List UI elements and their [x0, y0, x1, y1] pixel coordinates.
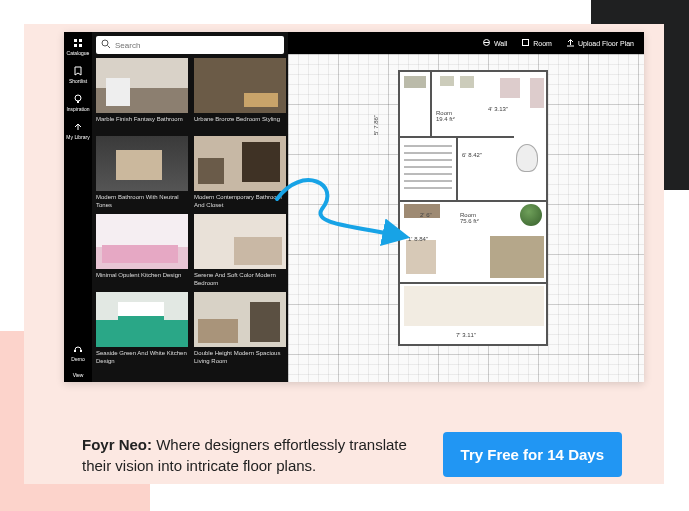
rail-item-my-library[interactable]: My Library: [66, 122, 89, 140]
thumbnail: [96, 58, 188, 113]
rail-item-view[interactable]: View: [73, 372, 84, 378]
thumbnail: [96, 292, 188, 347]
app-window: Catalogue Shortlist Inspiration My Libra…: [64, 32, 644, 382]
svg-point-4: [75, 95, 81, 101]
rail-label: Demo: [71, 356, 84, 362]
catalogue-card[interactable]: Minimal Opulent Kitchen Design: [96, 214, 188, 286]
room-icon: [521, 38, 530, 48]
thumbnail: [96, 214, 188, 269]
thumbnail: [194, 292, 286, 347]
rail-item-demo[interactable]: Demo: [71, 344, 84, 362]
catalogue-card[interactable]: Double Height Modern Spacious Living Roo…: [194, 292, 286, 364]
floorplan-furniture: [490, 236, 544, 278]
floorplan-furniture: [460, 76, 474, 88]
catalogue-card[interactable]: Modern Bathroom With Neutral Tones: [96, 136, 188, 208]
svg-rect-7: [80, 350, 82, 352]
card-title: Double Height Modern Spacious Living Roo…: [194, 349, 286, 364]
svg-rect-1: [79, 39, 82, 42]
upload-icon: [73, 122, 83, 132]
svg-rect-12: [523, 40, 529, 46]
svg-rect-5: [77, 101, 79, 103]
canvas-topbar: Wall Room Upload Floor Plan: [288, 32, 644, 54]
svg-point-8: [102, 40, 108, 46]
room-label: Room 19.4 ft²: [436, 110, 455, 122]
svg-line-9: [108, 46, 111, 49]
dim-label: 4' 3.13": [488, 106, 508, 112]
rail-label: Inspiration: [66, 106, 89, 112]
bookmark-icon: [73, 66, 83, 76]
tool-label: Upload Floor Plan: [578, 40, 634, 47]
rail-label: Catalogue: [67, 50, 90, 56]
tool-room[interactable]: Room: [521, 38, 552, 48]
catalogue-card[interactable]: Urbane Bronze Bedroom Styling: [194, 58, 286, 130]
tool-wall[interactable]: Wall: [482, 38, 507, 48]
rail-label: Shortlist: [69, 78, 87, 84]
rail-item-shortlist[interactable]: Shortlist: [69, 66, 87, 84]
floorplan-stairs: [404, 140, 452, 194]
thumbnail: [194, 136, 286, 191]
card-title: Seaside Green And White Kitchen Design: [96, 349, 188, 364]
cta-try-free-button[interactable]: Try Free for 14 Days: [443, 432, 622, 477]
floorplan-rug: [406, 240, 436, 274]
card-title: Serene And Soft Color Modern Bedroom: [194, 271, 286, 286]
svg-rect-2: [74, 44, 77, 47]
dim-label: 6' 8.42": [462, 152, 482, 158]
catalogue-card[interactable]: Serene And Soft Color Modern Bedroom: [194, 214, 286, 286]
floorplan-furniture: [500, 78, 520, 98]
card-title: Modern Contemporary Bathroom And Closet: [194, 193, 286, 208]
wall-icon: [482, 38, 491, 48]
floorplan-toilet: [516, 144, 538, 172]
upload-icon: [566, 38, 575, 48]
catalogue-icon: [73, 38, 83, 48]
svg-rect-3: [79, 44, 82, 47]
dim-label: 7' 3.11": [456, 332, 476, 338]
floorplan-plant: [520, 204, 542, 226]
rail-item-inspiration[interactable]: Inspiration: [66, 94, 89, 112]
floorplan-furniture: [440, 76, 454, 86]
dim-label: 5' 7.86": [373, 115, 379, 135]
thumbnail: [194, 58, 286, 113]
headset-icon: [73, 344, 83, 354]
card-title: Modern Bathroom With Neutral Tones: [96, 193, 188, 208]
floorplan-furniture: [404, 286, 544, 326]
catalogue-card[interactable]: Modern Contemporary Bathroom And Closet: [194, 136, 286, 208]
left-rail: Catalogue Shortlist Inspiration My Libra…: [64, 32, 92, 382]
floorplan[interactable]: Room 19.4 ft² Room 75.6 ft² 4' 3.13" 6' …: [398, 70, 548, 346]
search-input[interactable]: [115, 41, 279, 50]
tool-upload-floor-plan[interactable]: Upload Floor Plan: [566, 38, 634, 48]
rail-label: My Library: [66, 134, 89, 140]
room-label: Room 75.6 ft²: [460, 212, 479, 224]
tool-label: Room: [533, 40, 552, 47]
bulb-icon: [73, 94, 83, 104]
svg-rect-6: [74, 350, 76, 352]
promo-text: Foyr Neo: Where designers effortlessly t…: [82, 434, 423, 476]
dim-label: 2' 6": [420, 212, 432, 218]
thumbnail: [194, 214, 286, 269]
brand-name: Foyr Neo:: [82, 436, 152, 453]
card-title: Minimal Opulent Kitchen Design: [96, 271, 188, 286]
card-title: Urbane Bronze Bedroom Styling: [194, 115, 286, 130]
floorplan-furniture: [404, 76, 426, 88]
rail-item-catalogue[interactable]: Catalogue: [67, 38, 90, 56]
canvas-area: Wall Room Upload Floor Plan: [288, 32, 644, 382]
thumbnail: [96, 136, 188, 191]
search-bar[interactable]: [96, 36, 284, 54]
svg-rect-0: [74, 39, 77, 42]
design-canvas[interactable]: Room 19.4 ft² Room 75.6 ft² 4' 3.13" 6' …: [288, 54, 644, 382]
catalogue-card[interactable]: Marble Finish Fantasy Bathroom: [96, 58, 188, 130]
catalogue-card[interactable]: Seaside Green And White Kitchen Design: [96, 292, 188, 364]
dim-label: 1' 8.84": [408, 236, 428, 242]
tool-label: Wall: [494, 40, 507, 47]
catalogue-panel: Marble Finish Fantasy Bathroom Urbane Br…: [92, 32, 288, 382]
promo-card: Catalogue Shortlist Inspiration My Libra…: [24, 24, 664, 484]
floorplan-furniture: [530, 78, 544, 108]
rail-label: View: [73, 372, 84, 378]
promo-row: Foyr Neo: Where designers effortlessly t…: [82, 432, 622, 477]
search-icon: [101, 39, 111, 51]
card-title: Marble Finish Fantasy Bathroom: [96, 115, 188, 130]
catalogue-grid: Marble Finish Fantasy Bathroom Urbane Br…: [92, 58, 288, 382]
